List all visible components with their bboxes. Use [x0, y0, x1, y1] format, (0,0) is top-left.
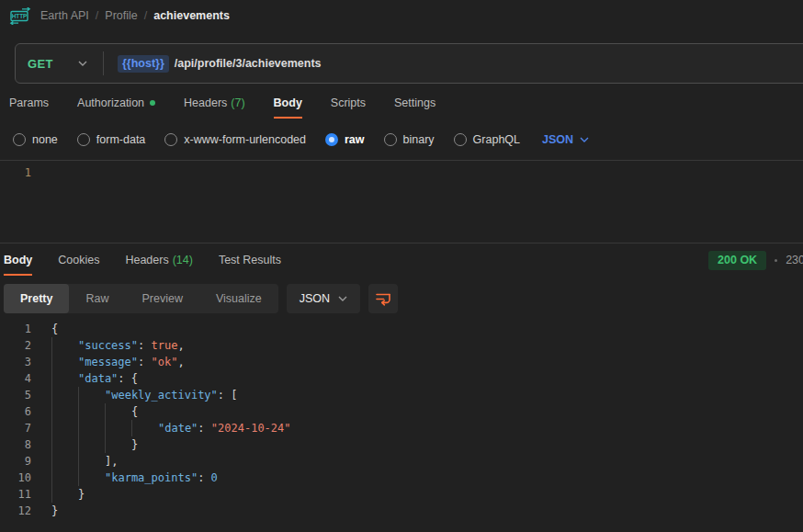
- line-content: "karma_points": 0: [51, 470, 218, 486]
- host-variable-chip[interactable]: {{host}}: [118, 55, 169, 73]
- indent-guide: [51, 403, 78, 420]
- indent-guide: [51, 436, 78, 453]
- token-bool: true: [151, 337, 177, 354]
- app-window: HTTP Earth API / Profile / achievements …: [0, 0, 803, 532]
- code-line: 1{: [0, 321, 803, 337]
- separator-dot: [775, 259, 777, 262]
- indent-guide: [51, 387, 78, 403]
- divider: [103, 51, 104, 75]
- token-key: "message": [78, 354, 138, 370]
- radio-icon-graphql: [454, 133, 467, 146]
- response-tab-label-headers: Headers: [125, 254, 168, 266]
- tab-label-body: Body: [274, 96, 302, 109]
- body-mode-label-x-www-form-urlencoded: x-www-form-urlencoded: [184, 133, 306, 146]
- line-number: 4: [0, 370, 31, 387]
- response-tab-cookies[interactable]: Cookies: [58, 247, 99, 276]
- tab-count-badge: (7): [231, 96, 244, 109]
- token-key: "karma_points": [105, 470, 198, 486]
- response-tab-label-test-results: Test Results: [219, 254, 281, 266]
- line-number: 8: [0, 436, 31, 453]
- response-tabs: BodyCookiesHeaders(14)Test Results: [4, 247, 281, 276]
- method-selector[interactable]: GET: [16, 57, 53, 71]
- indent-guide: [78, 403, 105, 420]
- tab-settings[interactable]: Settings: [394, 90, 435, 119]
- token-punc: :: [138, 337, 151, 354]
- line-number: 9: [0, 453, 31, 470]
- code-line: 7"date": "2024-10-24": [0, 420, 803, 436]
- view-tab-preview[interactable]: Preview: [125, 284, 198, 313]
- body-mode-binary[interactable]: binary: [384, 133, 435, 146]
- response-tab-test-results[interactable]: Test Results: [219, 247, 281, 276]
- raw-language-dropdown[interactable]: JSON: [542, 133, 589, 146]
- tab-authorization[interactable]: Authorization: [77, 90, 155, 119]
- token-punc: {: [51, 321, 58, 337]
- body-mode-x-www-form-urlencoded[interactable]: x-www-form-urlencoded: [164, 133, 306, 146]
- editor-line-number: 1: [0, 166, 31, 179]
- chevron-down-icon[interactable]: [78, 61, 87, 66]
- response-tab-body[interactable]: Body: [4, 247, 32, 276]
- tab-body[interactable]: Body: [274, 90, 302, 119]
- url-input[interactable]: /api/profile/3/achievements: [175, 57, 322, 70]
- line-content: "date": "2024-10-24": [51, 420, 291, 436]
- token-punc: {: [131, 403, 138, 420]
- token-str: "2024-10-24": [211, 420, 291, 436]
- token-punc: }: [78, 486, 85, 503]
- response-toolbar: PrettyRawPreviewVisualize JSON: [4, 284, 803, 313]
- code-line: 9],: [0, 453, 803, 470]
- indent-guide: [105, 420, 131, 436]
- tab-label-params: Params: [9, 96, 49, 109]
- token-punc: [: [231, 387, 237, 403]
- line-number: 7: [0, 420, 31, 436]
- body-mode-graphql[interactable]: GraphQL: [454, 133, 520, 146]
- indent-guide: [78, 436, 105, 453]
- line-number: 12: [0, 503, 31, 519]
- body-mode-label-raw: raw: [345, 133, 365, 146]
- wrap-text-button[interactable]: [368, 284, 398, 313]
- view-tab-visualize[interactable]: Visualize: [199, 284, 278, 313]
- indent-guide: [131, 420, 158, 436]
- line-content: }: [51, 503, 58, 519]
- breadcrumb-collection[interactable]: Earth API: [40, 9, 89, 22]
- tab-label-settings: Settings: [394, 96, 435, 109]
- request-body-editor[interactable]: 1: [0, 160, 803, 243]
- line-number: 1: [0, 321, 31, 337]
- breadcrumb-separator: /: [96, 9, 98, 22]
- body-mode-form-data[interactable]: form-data: [77, 133, 146, 146]
- line-content: ],: [51, 453, 118, 470]
- response-format-dropdown[interactable]: JSON: [287, 284, 360, 313]
- token-key: "success": [78, 337, 138, 354]
- tab-params[interactable]: Params: [9, 90, 49, 119]
- line-content: "message": "ok",: [51, 354, 185, 370]
- indent-guide: [105, 436, 131, 453]
- line-content: "data": {: [51, 370, 138, 387]
- view-tab-pretty[interactable]: Pretty: [4, 284, 69, 313]
- token-punc: :: [218, 387, 231, 403]
- token-punc: :: [138, 354, 151, 370]
- request-title: achievements: [153, 9, 230, 22]
- raw-language-label: JSON: [542, 133, 573, 146]
- response-format-label: JSON: [300, 292, 330, 305]
- tab-headers[interactable]: Headers(7): [184, 90, 245, 119]
- breadcrumb-folder[interactable]: Profile: [105, 9, 137, 22]
- code-line: 11}: [0, 486, 803, 503]
- indent-guide: [51, 370, 78, 387]
- body-mode-raw[interactable]: raw: [325, 133, 365, 146]
- indent-guide: [78, 387, 105, 403]
- view-tab-raw[interactable]: Raw: [69, 284, 125, 313]
- response-tab-headers[interactable]: Headers(14): [125, 247, 192, 276]
- chevron-down-icon: [580, 137, 589, 142]
- wrap-text-icon: [374, 289, 392, 308]
- body-mode-none[interactable]: none: [13, 133, 58, 146]
- response-meta: 200 OK 230: [708, 247, 803, 273]
- line-content: }: [51, 436, 138, 453]
- response-tab-label-cookies: Cookies: [58, 254, 99, 266]
- breadcrumb: HTTP Earth API / Profile / achievements: [0, 0, 803, 31]
- tab-label-authorization: Authorization: [77, 96, 144, 109]
- token-punc: :: [198, 420, 210, 436]
- code-line: 4"data": {: [0, 370, 803, 387]
- tab-scripts[interactable]: Scripts: [331, 90, 366, 119]
- tab-label-scripts: Scripts: [331, 96, 366, 109]
- response-body-viewer[interactable]: 1{2"success": true,3"message": "ok",4"da…: [0, 313, 803, 532]
- indent-guide: [51, 486, 78, 503]
- line-number: 6: [0, 403, 31, 420]
